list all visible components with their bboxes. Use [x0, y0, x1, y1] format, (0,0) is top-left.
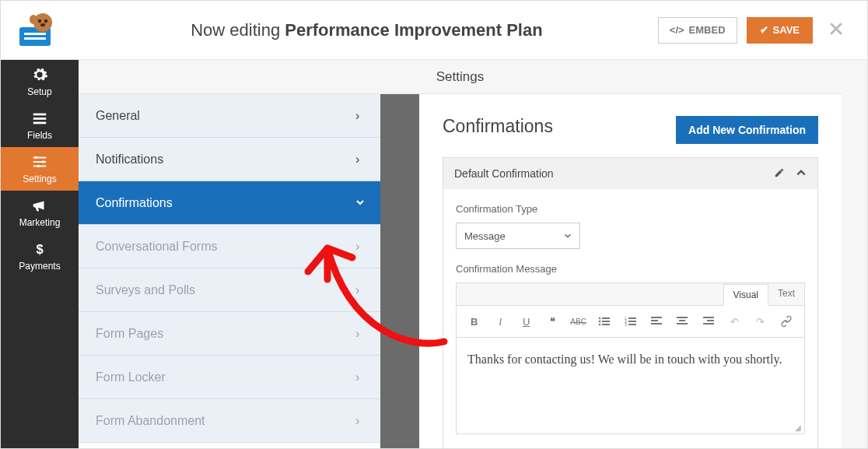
chevron-right-icon: ›	[355, 283, 363, 297]
check-icon: ✔	[760, 24, 768, 36]
settings-item-label: Notifications	[96, 153, 163, 167]
form-name: Performance Improvement Plan	[285, 20, 542, 40]
svg-rect-19	[602, 317, 610, 319]
strikethrough-button[interactable]: ABC	[569, 312, 588, 331]
add-confirmation-button[interactable]: Add New Confirmation	[676, 116, 818, 144]
sidebar-item-label: Fields	[27, 130, 52, 141]
svg-rect-30	[651, 317, 662, 318]
save-button-label: SAVE	[773, 24, 800, 36]
settings-item-label: Form Abandonment	[96, 414, 205, 428]
confirmation-type-value: Message	[464, 230, 506, 242]
dollar-icon: $	[31, 240, 48, 258]
close-icon	[828, 21, 844, 37]
close-builder-button[interactable]	[828, 21, 844, 40]
confirmation-type-select[interactable]: Message	[456, 223, 580, 249]
chevron-right-icon: ›	[355, 240, 363, 254]
panel-title: Settings	[79, 60, 842, 94]
svg-point-20	[599, 321, 601, 323]
settings-item-form-locker[interactable]: Form Locker ›	[79, 356, 380, 399]
link-button[interactable]	[777, 312, 796, 331]
italic-button[interactable]: I	[490, 312, 509, 331]
svg-rect-2	[24, 37, 46, 40]
settings-item-form-abandonment[interactable]: Form Abandonment ›	[79, 399, 380, 443]
sidebar-item-setup[interactable]: Setup	[1, 60, 79, 103]
svg-point-15	[42, 160, 45, 163]
svg-rect-36	[703, 317, 714, 318]
underline-button[interactable]: U	[516, 312, 536, 331]
editor-tab-text[interactable]: Text	[768, 283, 804, 305]
edit-icon[interactable]	[774, 167, 785, 181]
svg-point-4	[38, 19, 41, 22]
svg-text:3: 3	[625, 322, 627, 327]
numbered-list-button[interactable]: 123	[621, 312, 640, 331]
collapse-icon[interactable]	[796, 167, 807, 181]
rich-text-editor: Visual Text B I U ❝ ABC 123 ↶	[456, 282, 805, 434]
chevron-right-icon: ›	[355, 109, 363, 123]
confirmation-card: Default Confirmation Confirmation Type M…	[443, 157, 818, 448]
editor-content[interactable]: Thanks for contacting us! We will be in …	[457, 338, 804, 423]
save-button[interactable]: ✔ SAVE	[747, 17, 813, 44]
chevron-down-icon	[355, 196, 363, 210]
confirmation-card-header[interactable]: Default Confirmation	[443, 158, 817, 189]
panel-gutter	[380, 94, 419, 448]
header-bar: Now editing Performance Improvement Plan…	[1, 1, 867, 60]
svg-point-7	[30, 15, 37, 24]
svg-rect-38	[703, 323, 714, 324]
svg-rect-21	[602, 321, 610, 322]
embed-button[interactable]: </> EMBED	[658, 17, 737, 44]
svg-rect-33	[677, 317, 688, 318]
resize-handle[interactable]: ◢	[457, 423, 804, 433]
chevron-down-icon	[564, 230, 572, 242]
sidebar-item-marketing[interactable]: Marketing	[1, 191, 79, 234]
bold-button[interactable]: B	[464, 312, 484, 331]
chevron-right-icon: ›	[355, 327, 363, 341]
list-icon	[31, 110, 48, 127]
settings-item-notifications[interactable]: Notifications ›	[79, 138, 380, 181]
svg-rect-32	[651, 323, 662, 324]
code-icon: </>	[670, 24, 684, 36]
svg-rect-1	[24, 33, 46, 35]
svg-rect-10	[33, 122, 47, 125]
align-center-button[interactable]	[673, 312, 692, 331]
svg-rect-37	[707, 320, 714, 321]
svg-point-6	[40, 23, 45, 26]
svg-rect-23	[602, 324, 610, 325]
align-right-button[interactable]	[698, 312, 718, 331]
confirmation-card-body: Confirmation Type Message Confirmation M…	[443, 189, 817, 448]
sidebar-item-payments[interactable]: $ Payments	[1, 234, 79, 278]
chevron-right-icon: ›	[355, 414, 363, 428]
confirmation-message-label: Confirmation Message	[456, 263, 805, 275]
confirmation-type-label: Confirmation Type	[456, 203, 805, 215]
bullet-list-button[interactable]	[594, 312, 614, 331]
sidebar-item-fields[interactable]: Fields	[1, 103, 79, 147]
settings-item-label: Surveys and Polls	[96, 283, 195, 297]
bullhorn-icon	[31, 197, 48, 214]
align-left-button[interactable]	[646, 312, 666, 331]
svg-point-16	[37, 165, 40, 168]
editor-tab-visual[interactable]: Visual	[723, 284, 768, 306]
editing-prefix: Now editing	[191, 20, 280, 40]
settings-item-label: Form Locker	[96, 370, 166, 384]
svg-rect-34	[679, 320, 685, 321]
settings-item-confirmations[interactable]: Confirmations	[79, 181, 380, 225]
settings-item-label: Conversational Forms	[96, 240, 218, 254]
sidebar-item-label: Setup	[27, 86, 51, 97]
redo-button[interactable]: ↷	[751, 312, 770, 331]
svg-rect-35	[677, 323, 688, 324]
editor-toolbar: B I U ❝ ABC 123 ↶ ↷	[457, 306, 804, 338]
svg-point-5	[44, 19, 47, 22]
undo-button[interactable]: ↶	[725, 312, 744, 331]
blockquote-button[interactable]: ❝	[542, 312, 562, 331]
settings-item-form-pages[interactable]: Form Pages ›	[79, 312, 380, 356]
confirmations-heading: Confirmations	[443, 116, 553, 137]
chevron-right-icon: ›	[355, 370, 363, 384]
svg-rect-9	[33, 118, 47, 120]
sidebar-item-label: Settings	[23, 174, 56, 184]
settings-item-surveys[interactable]: Surveys and Polls ›	[79, 268, 380, 312]
settings-item-conversational[interactable]: Conversational Forms ›	[79, 225, 380, 268]
settings-item-general[interactable]: General ›	[79, 94, 380, 138]
sidebar-item-settings[interactable]: Settings	[1, 147, 79, 191]
settings-item-label: Form Pages	[96, 327, 163, 341]
sliders-icon	[31, 153, 48, 170]
settings-item-label: Confirmations	[96, 196, 173, 210]
